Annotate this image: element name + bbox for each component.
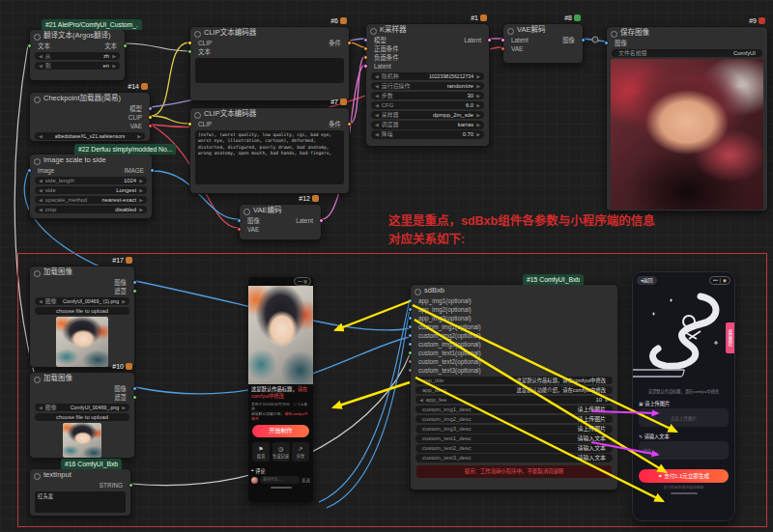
- input-port-text[interactable]: [187, 49, 192, 54]
- widget-value: albedobaseXL_v21.safetensors: [43, 132, 137, 141]
- node-vae-encode[interactable]: #12 VAE编码 图像 Latent VAE: [239, 204, 322, 240]
- increment-arrow[interactable]: ▶: [137, 132, 141, 141]
- output-port-clip[interactable]: [148, 115, 153, 120]
- widget-to-lang[interactable]: ◀ 到 en ▶: [35, 62, 120, 70]
- input-port-custom-img2[interactable]: [408, 333, 413, 338]
- widget-app-desc[interactable]: app_desc这是默认功能介绍，请在comfyui中修改: [415, 386, 613, 395]
- widget-custom-img1-desc[interactable]: custom_img1_desc请上传图片: [415, 406, 613, 414]
- widget-sampler[interactable]: ◀采样器dpmpp_2m_sde▶: [371, 111, 484, 120]
- input-port-app-img2[interactable]: [408, 307, 413, 312]
- widget-seed[interactable]: ◀随机种1022398156212734▶: [371, 72, 484, 81]
- node-ksampler[interactable]: #1 K采样器 模型 Latent 正面条件 负面条件 Latent ◀随机种1…: [365, 23, 490, 147]
- input-port-vae[interactable]: [501, 46, 505, 51]
- artwork-title: 这是默认作品标题，请在comfyui中修改: [248, 384, 313, 402]
- input-port-custom-img1[interactable]: [408, 324, 413, 329]
- port-label: 遮罩: [114, 393, 134, 402]
- widget-custom-text1-desc[interactable]: custom_text1_desc请输入文本: [415, 434, 613, 443]
- output-port-latent[interactable]: [487, 38, 492, 42]
- widget-custom-text2-desc[interactable]: custom_text2_desc请输入文本: [415, 444, 613, 453]
- widget-app-fee[interactable]: ◀app_fee10▶: [415, 396, 613, 405]
- port-label: Latent: [503, 36, 529, 44]
- generated-image-preview: [611, 59, 763, 210]
- node-translate-text[interactable]: #21 AleiPro/ComfyUI_Custom_. 翻译文本(Argos翻…: [29, 29, 126, 81]
- output-port-image[interactable]: [132, 280, 137, 285]
- widget-image-file[interactable]: ◀图像 ComfyUI_00469_ (1).png▶: [35, 297, 129, 306]
- upload-button[interactable]: choose file to upload: [35, 307, 129, 316]
- widget-upscale-method[interactable]: ◀upscale_methodnearest-exact▶: [35, 196, 147, 205]
- widget-custom-img2-desc[interactable]: custom_img2_desc请上传图片: [415, 415, 613, 424]
- prompt-textarea[interactable]: [195, 58, 344, 83]
- widget-filename-prefix[interactable]: 文件名前缀 ComfyUI: [612, 49, 762, 58]
- increment-arrow[interactable]: ▶: [112, 62, 116, 70]
- port-label: custom_text1(optional): [411, 349, 481, 357]
- output-port-image[interactable]: [581, 38, 586, 42]
- widget-value: zh: [100, 52, 112, 61]
- input-port-vae[interactable]: [237, 227, 242, 232]
- input-port-image[interactable]: [237, 218, 242, 223]
- input-port-app-img1[interactable]: [408, 298, 413, 303]
- node-load-image-2[interactable]: #10 加载图像 图像 遮罩 ◀图像 ComfyUI_00469_.png▶ c…: [29, 372, 135, 459]
- node-vae-decode[interactable]: #8 VAE解码 Latent 图像 VAE: [502, 23, 584, 64]
- widget-scheduler[interactable]: ◀调度器karras▶: [371, 121, 484, 129]
- node-load-image-1[interactable]: #17 加载图像 图像 遮罩 ◀图像 ComfyUI_00469_ (1).pn…: [29, 266, 135, 368]
- widget-ckpt-name[interactable]: ◀ albedobaseXL_v21.safetensors ▶: [35, 132, 145, 141]
- node-image-scale[interactable]: #22 Derfuu simply/modded No... Image sca…: [29, 154, 153, 219]
- widget-from-lang[interactable]: ◀ 从 zh ▶: [35, 52, 120, 61]
- node-text-input[interactable]: #16 ComfyUI_Bxb textInput STRING 红头发: [29, 468, 131, 517]
- widget-app-title[interactable]: app_title这是默认作品标题，请在comfyui中修改: [415, 377, 613, 385]
- input-port-app-img3[interactable]: [408, 316, 413, 321]
- input-port-custom-text2[interactable]: [408, 359, 413, 364]
- comfyui-canvas[interactable]: 这里是重点，sdBxb组件各参数与小程序端的信息 对应关系如下: #21 Ale…: [0, 0, 773, 532]
- input-port-image[interactable]: [604, 41, 609, 45]
- output-port-conditioning[interactable]: [347, 41, 352, 45]
- phone-mockup: ◂返回 ••• │ ◉ 使用教程 这是默认作品标题，请在comfyui中修改 ▣…: [632, 271, 735, 521]
- output-port-mask[interactable]: [132, 289, 137, 294]
- port-label: IMAGE: [124, 166, 152, 175]
- text-input-area[interactable]: 红头发: [35, 491, 126, 513]
- input-port-model[interactable]: [363, 38, 368, 42]
- node-clip-encode-negative[interactable]: #7 CLIP文本编码器 CLIP 条件 (nsfw), (worst qual…: [189, 107, 350, 194]
- input-port-image[interactable]: [27, 168, 32, 173]
- node-save-image[interactable]: #9 保存图像 图像 文件名前缀 ComfyUI: [606, 26, 768, 211]
- widget-cfg[interactable]: ◀CFG6.0▶: [371, 101, 484, 110]
- input-port-custom-img3[interactable]: [408, 342, 413, 347]
- increment-arrow[interactable]: ▶: [112, 52, 116, 61]
- input-port-clip[interactable]: [187, 122, 192, 126]
- widget-control-after-generate[interactable]: ◀运行后操作randomize▶: [371, 82, 484, 91]
- input-port-text[interactable]: [27, 43, 32, 48]
- widget-denoise[interactable]: ◀降噪0.70▶: [371, 130, 484, 139]
- text-section-label: ✎ 请输入文本: [633, 427, 734, 441]
- node-sdbxb[interactable]: #15 ComfyUI_Bxb sdBxb app_img1(optional)…: [410, 284, 618, 490]
- output-port-conditioning[interactable]: [347, 122, 352, 126]
- negative-prompt-textarea[interactable]: (nsfw), (worst quality, low quality, cgi…: [195, 130, 344, 184]
- output-port-string[interactable]: [129, 483, 133, 488]
- widget-steps[interactable]: ◀步数30▶: [371, 92, 484, 100]
- output-port-vae[interactable]: [148, 124, 153, 128]
- output-port-mask[interactable]: [132, 395, 137, 400]
- input-port-positive[interactable]: [363, 46, 368, 51]
- widget-crop[interactable]: ◀cropdisabled▶: [35, 206, 147, 214]
- widget-image-file[interactable]: ◀图像 ComfyUI_00469_.png▶: [35, 404, 129, 412]
- upload-button[interactable]: choose file to upload: [35, 413, 129, 422]
- back-button: ◂返回: [637, 276, 657, 285]
- input-port-custom-text1[interactable]: [408, 350, 413, 355]
- widget-custom-text3-desc[interactable]: custom_text3_desc请输入文本: [415, 454, 613, 462]
- input-port-negative[interactable]: [363, 55, 368, 60]
- widget-side[interactable]: ◀sideLongest▶: [35, 186, 147, 195]
- reroute-dot[interactable]: [592, 37, 598, 42]
- widget-custom-img3-desc[interactable]: custom_img3_desc请上传图片: [415, 425, 613, 434]
- input-port-latent[interactable]: [501, 38, 505, 42]
- node-clip-encode-positive[interactable]: #6 CLIP文本编码器 CLIP 条件 文本: [189, 26, 350, 101]
- output-port-image[interactable]: [132, 386, 137, 391]
- widget-side-length[interactable]: ◀side_length1024▶: [35, 177, 147, 185]
- output-port-model[interactable]: [148, 106, 153, 111]
- input-port-clip[interactable]: [187, 41, 192, 45]
- output-port-latent[interactable]: [319, 218, 324, 223]
- node-badge: #14: [128, 83, 148, 90]
- node-checkpoint-loader[interactable]: #14 Checkpoint加载器(简易) 模型 CLIP VAE ◀ albe…: [29, 92, 151, 142]
- input-port-latent[interactable]: [363, 64, 368, 69]
- node-header: CLIP文本编码器: [190, 108, 349, 120]
- output-port-image[interactable]: [150, 168, 155, 173]
- output-port-text[interactable]: [123, 43, 128, 48]
- input-port-custom-text3[interactable]: [408, 368, 413, 373]
